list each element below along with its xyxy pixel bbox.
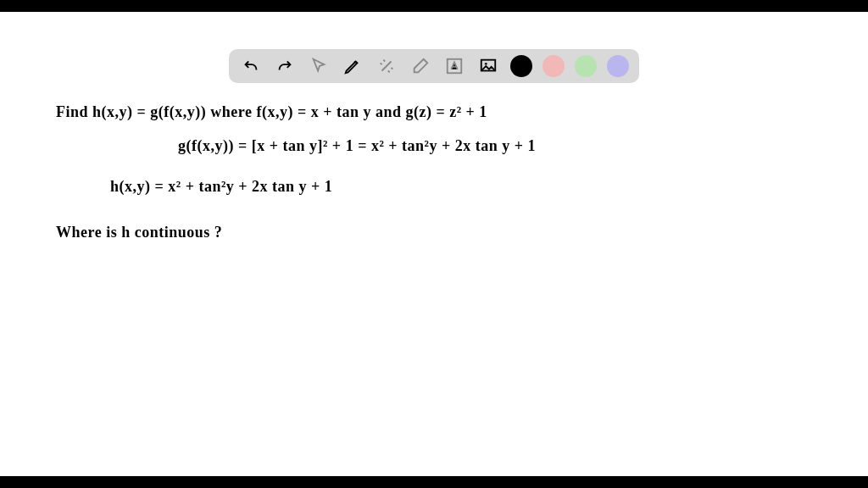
color-purple[interactable] <box>607 55 629 77</box>
handwriting-line-1: Find h(x,y) = g(f(x,y)) where f(x,y) = x… <box>56 103 487 121</box>
eraser-button[interactable] <box>409 54 432 78</box>
undo-icon <box>242 57 260 75</box>
handwriting-line-4: Where is h continuous ? <box>56 224 222 241</box>
eraser-icon <box>411 57 430 75</box>
svg-point-2 <box>485 63 487 65</box>
pointer-icon <box>309 57 328 75</box>
whiteboard-canvas[interactable]: Find h(x,y) = g(f(x,y)) where f(x,y) = x… <box>0 12 868 476</box>
drawing-toolbar <box>229 49 639 83</box>
undo-button[interactable] <box>239 54 263 78</box>
tools-button[interactable] <box>375 54 398 78</box>
text-icon <box>445 57 464 75</box>
pen-button[interactable] <box>341 54 364 78</box>
color-green[interactable] <box>575 55 597 77</box>
pen-icon <box>343 57 362 75</box>
tools-icon <box>377 57 396 75</box>
image-button[interactable] <box>476 54 500 78</box>
redo-button[interactable] <box>273 54 297 78</box>
text-button[interactable] <box>442 54 466 78</box>
color-pink[interactable] <box>542 55 565 77</box>
image-icon <box>479 57 498 75</box>
handwriting-line-3: h(x,y) = x² + tan²y + 2x tan y + 1 <box>110 178 332 196</box>
redo-icon <box>275 57 294 75</box>
handwriting-line-2: g(f(x,y)) = [x + tan y]² + 1 = x² + tan²… <box>178 137 536 155</box>
pointer-button[interactable] <box>307 54 331 78</box>
color-black[interactable] <box>510 55 532 77</box>
